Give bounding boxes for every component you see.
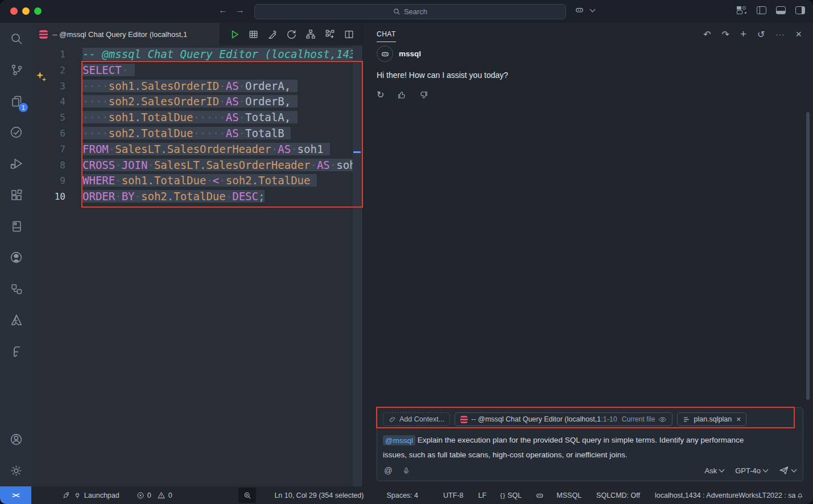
chat-prompt-text[interactable]: @mssql Explain the execution plan for th… xyxy=(383,433,760,462)
code-token: . xyxy=(135,80,141,92)
sqlcmd-item[interactable]: SQLCMD: Off xyxy=(596,491,640,499)
minimize-window-button[interactable] xyxy=(22,7,30,15)
sidebar-item-azure[interactable] xyxy=(0,304,32,336)
editor-region: -- @mssql Chat Query Editor (localhost,1… xyxy=(32,23,362,486)
toggle-primary-sidebar-icon[interactable] xyxy=(757,6,766,14)
maximize-window-button[interactable] xyxy=(34,7,42,15)
code-token: ····· xyxy=(193,127,226,139)
new-chat-icon[interactable]: + xyxy=(740,28,746,40)
window-controls xyxy=(10,7,42,15)
problems-item[interactable]: 0 0 xyxy=(137,491,172,499)
code-line[interactable]: 9WHERE·soh1.TotalDue·<·soh2.TotalDue xyxy=(32,173,362,189)
regenerate-icon[interactable]: ↻ xyxy=(377,89,384,100)
message-actions: ↻ xyxy=(377,89,799,100)
encoding-item[interactable]: UTF-8 xyxy=(443,491,463,499)
copilot-status-icon[interactable] xyxy=(535,491,544,500)
code-editor[interactable]: 1-- @mssql Chat Query Editor (localhost,… xyxy=(32,46,362,205)
code-token: OrderB, xyxy=(245,95,291,108)
warning-count: 0 xyxy=(168,491,172,499)
sidebar-item-explorer[interactable]: 1 xyxy=(0,85,32,117)
close-icon[interactable]: × xyxy=(795,28,802,40)
code-token: · xyxy=(239,127,245,139)
language-label: SQL xyxy=(507,491,522,499)
results-grid-icon[interactable] xyxy=(248,29,259,40)
mention-button[interactable]: @ xyxy=(384,466,393,475)
language-item[interactable]: { } SQL xyxy=(500,491,522,499)
settings-button[interactable] xyxy=(0,455,32,486)
overview-ruler xyxy=(353,46,362,486)
copilot-menu-button[interactable] xyxy=(575,5,595,15)
context-chip-plan-file[interactable]: plan.sqlplan × xyxy=(677,412,746,426)
sidebar-item-notebooks[interactable] xyxy=(0,210,32,242)
context-chip-current-file[interactable]: -- @mssql Chat Query Editor (localhost,1… xyxy=(455,412,672,426)
undo-icon[interactable]: ↶ xyxy=(703,29,711,40)
chat-input-container[interactable]: Add Context... -- @mssql Chat Query Edit… xyxy=(377,407,803,481)
eol-item[interactable]: LF xyxy=(478,491,486,499)
toggle-secondary-sidebar-icon[interactable] xyxy=(795,6,805,14)
code-token: AS xyxy=(317,159,330,171)
cursor-decoration xyxy=(353,151,361,153)
thumbs-up-icon[interactable] xyxy=(397,90,406,100)
remove-chip-icon[interactable]: × xyxy=(736,415,741,424)
toggle-panel-icon[interactable] xyxy=(776,6,786,14)
history-icon[interactable]: ↺ xyxy=(757,29,765,40)
code-line[interactable]: 2SELECT· xyxy=(32,63,362,79)
code-line[interactable]: 7FROM·SalesLT.SalesOrderHeader·AS·soh1 xyxy=(32,142,362,158)
customize-layout-icon[interactable] xyxy=(737,6,747,14)
source-control-icon xyxy=(10,63,23,77)
chat-header: CHAT ↶ ↷ + ↺ ··· × xyxy=(363,23,813,46)
code-token: ORDER xyxy=(82,190,115,203)
code-line[interactable]: 5····soh1.TotalDue·····AS·TotalA, xyxy=(32,110,362,126)
bell-icon[interactable] xyxy=(796,491,804,499)
code-line[interactable]: 8CROSS·JOIN·SalesLT.SalesOrderHeader·AS·… xyxy=(32,158,362,173)
code-line[interactable]: 6····soh2.TotalDue·····AS·TotalB xyxy=(32,126,362,142)
send-button[interactable] xyxy=(779,465,796,476)
mode-dropdown[interactable]: Ask xyxy=(705,466,724,475)
cursor-position-item[interactable]: Ln 10, Col 29 (354 selected) xyxy=(274,491,364,499)
sidebar-item-source-control[interactable] xyxy=(0,54,32,85)
sidebar-item-extensions[interactable] xyxy=(0,179,32,210)
sidebar-item-search[interactable] xyxy=(0,23,32,54)
format-brush-icon[interactable] xyxy=(267,29,278,40)
code-line[interactable]: 4····soh2.SalesOrderID·AS·OrderB, xyxy=(32,94,362,110)
execution-plan-icon[interactable] xyxy=(324,28,336,40)
split-editor-icon[interactable] xyxy=(344,29,354,40)
sidebar-item-run-debug[interactable] xyxy=(0,148,32,179)
run-query-icon[interactable] xyxy=(229,29,240,40)
accounts-button[interactable] xyxy=(0,424,32,455)
editor-tab[interactable]: -- @mssql Chat Query Editor (localhost,1 xyxy=(32,23,220,46)
code-line[interactable]: 1-- @mssql Chat Query Editor (localhost,… xyxy=(32,47,362,63)
thumbs-down-icon[interactable] xyxy=(419,90,428,100)
model-dropdown[interactable]: GPT-4o xyxy=(735,466,767,475)
zoom-indicator[interactable] xyxy=(238,488,257,503)
indentation-item[interactable]: Spaces: 4 xyxy=(386,491,418,499)
code-token: · xyxy=(330,159,336,171)
change-connection-icon[interactable] xyxy=(286,28,297,40)
redo-icon[interactable]: ↷ xyxy=(722,29,729,40)
copilot-sparkle-icon[interactable] xyxy=(35,71,48,83)
sidebar-item-github[interactable] xyxy=(0,242,32,273)
mssql-item[interactable]: MSSQL xyxy=(556,491,581,499)
sidebar-item-remote-explorer[interactable] xyxy=(0,273,32,304)
eye-icon[interactable] xyxy=(658,415,667,424)
encoding-label: UTF-8 xyxy=(443,491,463,499)
close-window-button[interactable] xyxy=(10,7,18,15)
code-line[interactable]: 3····soh1.SalesOrderID·AS·OrderA, xyxy=(32,79,362,94)
code-line[interactable]: 10ORDER·BY·soh2.TotalDue·DESC; xyxy=(32,189,362,205)
tab-chat[interactable]: CHAT xyxy=(377,23,396,46)
back-arrow-icon[interactable]: ← xyxy=(218,5,228,15)
more-icon[interactable]: ··· xyxy=(775,30,785,39)
add-context-button[interactable]: Add Context... xyxy=(383,412,450,426)
schema-visualize-icon[interactable] xyxy=(305,28,316,40)
remote-indicator[interactable]: >< xyxy=(0,486,31,504)
sidebar-item-fabric[interactable] xyxy=(0,336,32,367)
error-icon xyxy=(137,491,145,499)
command-center-search[interactable]: Search xyxy=(254,4,566,19)
launchpad-item[interactable]: Launchpad xyxy=(62,491,119,499)
forward-arrow-icon[interactable]: → xyxy=(236,5,245,15)
sidebar-item-testing[interactable] xyxy=(0,117,32,148)
line-number: 1 xyxy=(32,47,65,63)
chat-scrollbar[interactable] xyxy=(806,112,810,400)
connection-item[interactable]: localhost,1434 : AdventureWorksLT2022 : … xyxy=(655,491,796,499)
mic-icon[interactable] xyxy=(402,466,410,476)
